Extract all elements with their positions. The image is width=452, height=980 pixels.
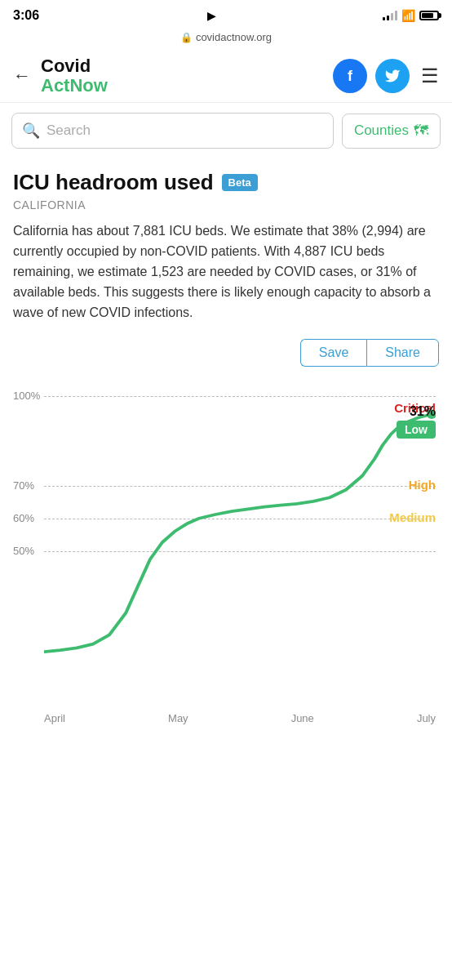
search-box[interactable]: 🔍 Search (11, 113, 334, 149)
battery-icon (419, 11, 439, 20)
current-value-container: 31% Low (397, 404, 436, 439)
counties-button[interactable]: Counties 🗺 (342, 114, 441, 149)
current-value: 31% (397, 404, 436, 419)
facebook-button[interactable]: f (333, 59, 367, 93)
status-icons: 📶 (383, 9, 439, 22)
social-icons: f ☰ (333, 59, 439, 93)
y-label-100: 100% (13, 390, 40, 402)
status-time: 3:06 (13, 8, 39, 23)
status-bar: 3:06 ▶ 📶 (0, 0, 452, 28)
address-bar: 🔒 covidactnow.org (0, 28, 452, 50)
low-badge: Low (397, 421, 436, 439)
location-icon: ▶ (207, 10, 215, 22)
y-label-60: 60% (13, 512, 34, 524)
domain-text: covidactnow.org (196, 31, 272, 43)
x-label-july: July (417, 712, 436, 724)
chart-container: 100% Critical 70% High 60% Medium 50% (13, 381, 439, 724)
lock-icon: 🔒 (180, 32, 193, 43)
chart-line (44, 415, 432, 653)
search-placeholder: Search (47, 122, 91, 139)
state-label: CALIFORNIA (13, 198, 439, 212)
menu-button[interactable]: ☰ (421, 65, 439, 87)
chart-svg (44, 390, 436, 667)
back-button[interactable]: ← (13, 65, 31, 87)
logo-covid: Covid (41, 56, 91, 76)
y-label-50: 50% (13, 545, 34, 557)
x-label-june: June (291, 712, 314, 724)
share-button[interactable]: Share (366, 339, 439, 367)
main-content: ICU headroom used Beta CALIFORNIA Califo… (0, 158, 452, 724)
logo-actnow: ActNow (41, 76, 333, 96)
wifi-icon: 📶 (401, 9, 415, 22)
search-row: 🔍 Search Counties 🗺 (0, 103, 452, 158)
logo: Covid ActNow (41, 56, 333, 96)
action-row: Save Share (13, 339, 439, 367)
title-row: ICU headroom used Beta (13, 170, 439, 195)
x-label-april: April (44, 712, 65, 724)
x-axis: April May June July (44, 712, 436, 724)
y-label-70: 70% (13, 479, 34, 492)
beta-badge: Beta (222, 174, 258, 191)
signal-icon (383, 11, 397, 20)
search-icon: 🔍 (22, 122, 40, 140)
map-icon: 🗺 (414, 122, 428, 140)
twitter-button[interactable] (375, 59, 410, 93)
x-label-may: May (168, 712, 188, 724)
save-button[interactable]: Save (300, 339, 366, 367)
nav-bar: ← Covid ActNow f ☰ (0, 50, 452, 103)
page-title: ICU headroom used (13, 170, 214, 195)
counties-label: Counties (354, 122, 409, 139)
description-text: California has about 7,881 ICU beds. We … (13, 221, 439, 323)
